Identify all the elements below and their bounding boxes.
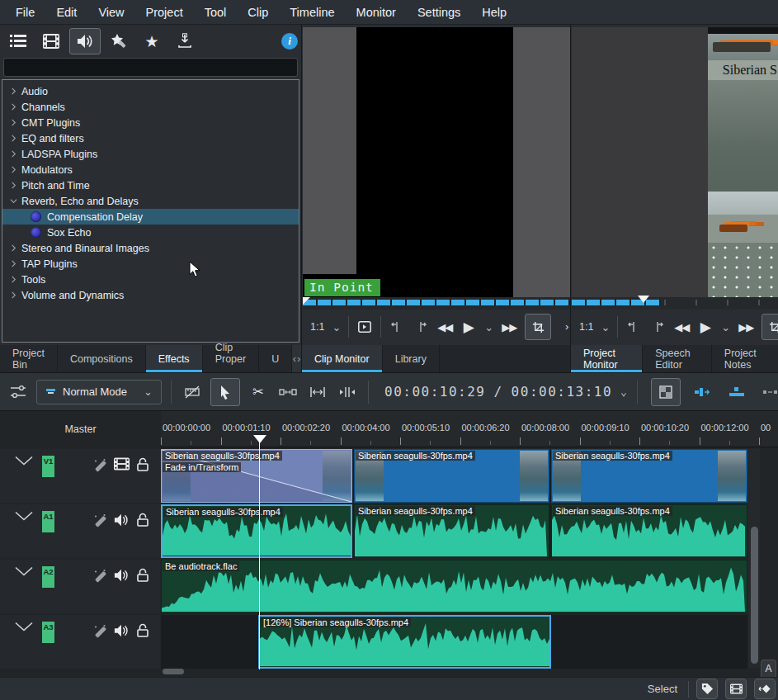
play-button[interactable]: ▶ [697,316,714,338]
menu-timeline[interactable]: Timeline [279,2,345,22]
menu-help[interactable]: Help [471,2,517,22]
delete-zone-icon[interactable] [759,381,778,404]
tree-item-stereo-and-binaural-images[interactable]: Stereo and Binaural Images [2,240,299,256]
track-lane-a1[interactable]: Siberian seagulls-30fps.mp4Siberian seag… [161,504,747,558]
project-playhead-marker[interactable] [638,296,649,303]
fast-forward-button[interactable]: ▶▶ [738,316,754,338]
tree-item-cmt-plugins[interactable]: CMT Plugins [2,115,299,130]
menu-edit[interactable]: Edit [45,2,87,22]
info-icon[interactable]: i [281,33,298,50]
snap-toggle-icon[interactable] [181,381,204,404]
clip-monitor-ruler[interactable] [303,297,570,310]
rewind-button[interactable]: ◀◀ [673,316,690,338]
audio-clip[interactable]: Siberian seagulls-30fps.mp4 [354,504,549,558]
tree-item-volume-and-dynamics[interactable]: Volume and Dynamics [2,287,299,303]
menu-tool[interactable]: Tool [194,2,238,22]
mixed-audio-video-icon[interactable] [651,378,681,406]
dock-tab-clip-proper-[interactable]: Clip Proper ... [203,345,260,372]
thumbnails-icon[interactable] [725,679,747,699]
spacer-tool-icon[interactable] [276,381,299,404]
timeline-adjust-icon[interactable] [7,381,30,404]
timeline-timecode[interactable]: 00:00:10:29 / 00:00:13:10 ⌄ [384,384,628,400]
razor-tool-icon[interactable]: ✂ [247,381,270,404]
video-effects-icon[interactable] [36,29,66,54]
track-collapse-icon[interactable] [13,566,36,576]
play-button[interactable]: ▶ [460,316,477,338]
chevron-right-icon[interactable] [10,103,19,111]
track-lane-a2[interactable]: Be audiotrack.flac [161,560,747,613]
zone-start-marker[interactable] [303,297,310,305]
menu-project[interactable]: Project [135,2,194,22]
monitor-tab-speech-editor[interactable]: Speech Editor [643,345,712,372]
project-monitor-ruler[interactable] [572,297,778,310]
video-clip[interactable]: Siberian seagulls-30fps.mp4Fade in/Trans… [161,449,352,503]
play-options-icon[interactable]: ⌄ [721,321,730,333]
set-zone-in-icon[interactable] [389,316,405,338]
show-all-effects-icon[interactable] [3,29,33,54]
rewind-button[interactable]: ◀◀ [436,316,453,338]
chevron-right-icon[interactable] [10,119,19,126]
chevron-right-icon[interactable] [10,135,19,142]
monitor-tab-library[interactable]: Library [383,345,440,372]
zoom-dropdown-icon[interactable]: ⌄ [601,321,610,333]
chevron-right-icon[interactable] [10,291,19,299]
track-lane-a3[interactable]: [126%] Siberian seagulls-30fps.mp4 [161,615,747,669]
track-lock-icon[interactable] [132,623,153,638]
tree-item-audio[interactable]: Audio [2,83,299,99]
tab-scroll-right-icon[interactable]: › [297,345,301,372]
menu-view[interactable]: View [87,2,134,22]
track-badge[interactable]: A1 [42,511,54,532]
track-mute-icon[interactable] [111,513,132,527]
chevron-right-icon[interactable] [10,260,19,267]
custom-effects-icon[interactable] [104,29,134,54]
fast-forward-button[interactable]: ▶▶ [501,316,517,338]
audio-clip[interactable]: Be audiotrack.flac [161,560,747,613]
tree-item-pitch-and-time[interactable]: Pitch and Time [2,177,299,193]
audio-clip[interactable]: [126%] Siberian seagulls-30fps.mp4 [258,615,551,669]
set-zone-in-icon[interactable] [625,316,642,338]
audio-clip[interactable]: Siberian seagulls-30fps.mp4 [551,504,747,558]
audio-clip[interactable]: Siberian seagulls-30fps.mp4 [161,504,352,558]
zone-mode-icon[interactable] [525,314,551,340]
effects-search-input[interactable] [3,58,298,77]
monitor-tab-project-monitor[interactable]: Project Monitor [571,345,643,372]
insert-zone-icon[interactable] [691,381,714,404]
audio-effects-icon[interactable] [69,28,101,54]
chevron-right-icon[interactable] [10,244,19,252]
video-clip[interactable]: Siberian seagulls-30fps.mp4 [354,449,549,503]
set-zone-out-icon[interactable] [413,316,429,338]
edit-mode-dropdown[interactable]: Normal Mode ⌄ [36,380,162,404]
tree-item-ladspa-plugins[interactable]: LADSPA Plugins [2,146,299,162]
dock-tab-project-bin[interactable]: Project Bin [0,345,58,372]
tree-item-eq-and-filters[interactable]: EQ and filters [2,130,299,146]
chevron-down-icon[interactable] [10,197,19,205]
menu-file[interactable]: File [5,2,45,22]
track-effects-icon[interactable] [89,568,111,584]
track-badge[interactable]: V1 [42,456,54,477]
menu-settings[interactable]: Settings [407,2,471,22]
track-badge[interactable]: A3 [42,622,54,643]
audio-panel-corner-button[interactable]: A [761,660,776,677]
extract-zone-icon[interactable] [725,381,748,404]
track-lock-icon[interactable] [132,513,153,527]
dock-tab-compositions[interactable]: Compositions [58,345,146,372]
monitor-overlay-icon[interactable] [356,316,373,338]
monitor-tab-project-notes[interactable]: Project Notes [712,345,778,372]
track-effects-icon[interactable] [89,457,111,473]
tree-item-channels[interactable]: Channels [2,99,299,115]
chevron-right-icon[interactable] [10,88,19,95]
track-collapse-icon[interactable] [13,622,36,631]
monitor-zoom-level[interactable]: 1:1 [579,321,593,333]
play-options-icon[interactable]: ⌄ [484,321,493,333]
chevron-right-icon[interactable] [10,182,19,189]
tree-item-tap-plugins[interactable]: TAP Plugins [2,256,299,272]
track-mute-icon[interactable] [111,568,132,583]
project-monitor-video[interactable]: Siberian S [572,27,778,297]
dock-tab-effects[interactable]: Effects [146,345,203,372]
tree-item-tools[interactable]: Tools [2,272,299,287]
video-clip[interactable]: Siberian seagulls-30fps.mp4 [551,449,747,503]
chevron-right-icon[interactable] [10,276,19,283]
vertical-scrollbar[interactable] [751,527,758,664]
tree-item-reverb-echo-and-delays[interactable]: Reverb, Echo and Delays [2,193,299,209]
master-track-label[interactable]: Master [0,411,161,447]
